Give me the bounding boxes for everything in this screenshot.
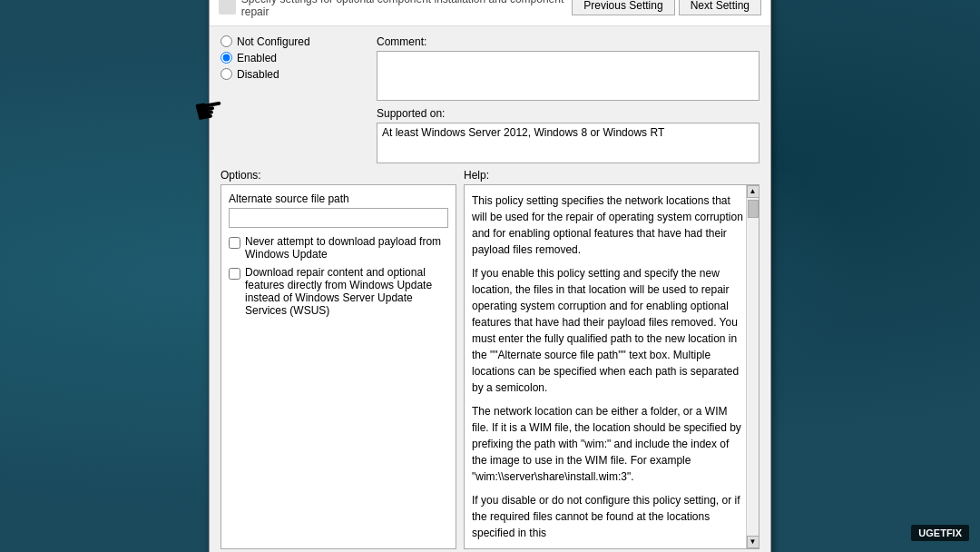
scroll-down-arrow[interactable]: ▼ <box>747 536 760 548</box>
cursor-icon: ☛ <box>190 87 227 132</box>
options-section-label: Options: <box>220 169 456 182</box>
radio-group: Not Configured Enabled Disabled <box>220 35 366 81</box>
disabled-label: Disabled <box>237 68 279 81</box>
supported-section: Supported on: At least Windows Server 20… <box>377 107 760 163</box>
not-configured-label: Not Configured <box>237 35 310 48</box>
download-wsus-checkbox[interactable] <box>229 268 240 280</box>
supported-label: Supported on: <box>377 107 760 120</box>
help-paragraph-1: This policy setting specifies the networ… <box>472 192 744 258</box>
never-download-option[interactable]: Never attempt to download payload from W… <box>229 235 448 261</box>
help-label: Help: <box>464 169 489 182</box>
help-scrollbar[interactable]: ▲ ▼ <box>746 185 759 548</box>
enabled-option[interactable]: Enabled <box>220 52 366 64</box>
options-label: Options: <box>220 169 261 182</box>
help-paragraph-4: If you disable or do not configure this … <box>472 492 744 541</box>
right-top-section: Comment: Supported on: At least Windows … <box>377 35 760 163</box>
download-wsus-label: Download repair content and optional fea… <box>245 266 448 317</box>
toolbar-buttons: Previous Setting Next Setting <box>572 0 761 15</box>
disabled-radio[interactable] <box>220 68 232 80</box>
source-path-input[interactable] <box>229 208 448 228</box>
comment-label: Comment: <box>377 35 760 48</box>
help-section-label: Help: <box>464 169 760 182</box>
scroll-thumb[interactable] <box>748 200 759 218</box>
toolbar-description: Specify settings for optional component … <box>219 0 572 18</box>
not-configured-radio[interactable] <box>220 35 232 47</box>
section-labels: Options: Help: <box>220 169 760 182</box>
never-download-checkbox[interactable] <box>229 237 240 249</box>
comment-section: Comment: <box>377 35 760 104</box>
toolbar: Specify settings for optional component … <box>210 0 770 26</box>
next-setting-button[interactable]: Next Setting <box>679 0 761 15</box>
help-paragraph-3: The network location can be either a fol… <box>472 403 744 485</box>
radio-section: Not Configured Enabled Disabled ☛ <box>220 35 366 163</box>
dialog-content: Not Configured Enabled Disabled ☛ <box>210 26 770 553</box>
supported-text: At least Windows Server 2012, Windows 8 … <box>377 123 760 163</box>
scroll-up-arrow[interactable]: ▲ <box>747 185 760 198</box>
source-path-label: Alternate source file path <box>229 192 448 205</box>
two-column-section: Alternate source file path Never attempt… <box>220 184 760 549</box>
enabled-label: Enabled <box>237 52 277 64</box>
download-wsus-option[interactable]: Download repair content and optional fea… <box>229 266 448 317</box>
enabled-radio[interactable] <box>220 52 232 64</box>
comment-textarea[interactable] <box>377 51 760 101</box>
options-panel: Alternate source file path Never attempt… <box>220 184 456 549</box>
top-section: Not Configured Enabled Disabled ☛ <box>220 35 760 163</box>
not-configured-option[interactable]: Not Configured <box>220 35 366 48</box>
help-paragraph-2: If you enable this policy setting and sp… <box>472 265 744 396</box>
help-panel: This policy setting specifies the networ… <box>464 184 760 549</box>
toolbar-text: Specify settings for optional component … <box>241 0 573 18</box>
previous-setting-button[interactable]: Previous Setting <box>572 0 674 15</box>
toolbar-icon <box>219 0 236 15</box>
brand-badge: UGETFIX <box>911 525 969 541</box>
disabled-option[interactable]: Disabled <box>220 68 366 81</box>
policy-dialog: ⚙ Specify settings for optional componen… <box>209 0 771 552</box>
never-download-label: Never attempt to download payload from W… <box>245 235 448 261</box>
